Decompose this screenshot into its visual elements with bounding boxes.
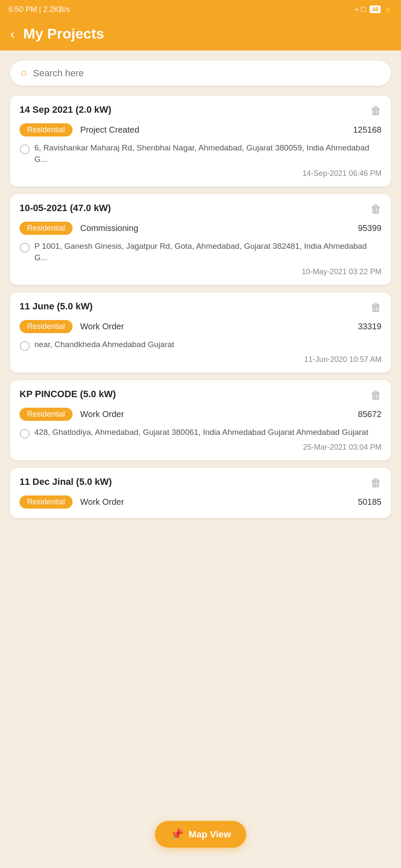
address-text: 6, Ravishankar Maharaj Rd, Shenbhai Naga… xyxy=(34,142,381,165)
address-text: near, Chandkheda Ahmedabad Gujarat xyxy=(34,339,174,351)
search-section: ○ xyxy=(0,50,401,92)
delete-button[interactable]: 🗑 xyxy=(370,104,381,117)
card-header: KP PINCODE (5.0 kW) 🗑 xyxy=(20,389,381,402)
card-meta: Residential Commissioning 95399 xyxy=(20,222,381,235)
search-box: ○ xyxy=(10,61,391,86)
project-date: 14-Sep-2021 06:46 PM xyxy=(20,169,381,178)
card-address: ◯ 428, Ghatlodiya, Ahmedabad, Gujarat 38… xyxy=(20,427,381,439)
project-title[interactable]: 10-05-2021 (47.0 kW) xyxy=(20,203,111,214)
project-badge: Residential xyxy=(20,408,73,421)
project-date: 11-Jun-2020 10:57 AM xyxy=(20,355,381,364)
page-title: My Projects xyxy=(23,25,104,42)
status-time: 6:50 PM | 2.2KB/s xyxy=(8,5,70,14)
delete-button[interactable]: 🗑 xyxy=(370,476,381,490)
project-status: Commissioning xyxy=(80,223,350,233)
map-view-button[interactable]: 📌 Map View xyxy=(155,821,247,848)
card-header: 11 Dec Jinal (5.0 kW) 🗑 xyxy=(20,476,381,490)
project-date: 25-Mar-2021 03:04 PM xyxy=(20,443,381,452)
project-number: 95399 xyxy=(358,223,381,233)
project-badge: Residential xyxy=(20,495,73,509)
map-pin-icon: 📌 xyxy=(170,828,184,841)
project-status: Work Order xyxy=(80,497,350,507)
card-meta: Residential Work Order 33319 xyxy=(20,320,381,333)
address-text: P 1001, Ganesh Ginesis, Jagatpur Rd, Got… xyxy=(34,241,381,263)
project-number: 50185 xyxy=(358,497,381,507)
project-status: Project Created xyxy=(80,125,345,135)
card-meta: Residential Work Order 85672 xyxy=(20,408,381,421)
status-icons: + ☐ 48 ⚡ xyxy=(355,6,393,14)
project-card: 14 Sep 2021 (2.0 kW) 🗑 Residential Proje… xyxy=(10,96,391,186)
status-bar: 6:50 PM | 2.2KB/s + ☐ 48 ⚡ xyxy=(0,0,401,19)
search-icon: ○ xyxy=(20,67,27,80)
battery-indicator: 48 xyxy=(370,6,381,13)
card-meta: Residential Work Order 50185 xyxy=(20,495,381,509)
location-icon: ◯ xyxy=(20,143,30,154)
project-number: 33319 xyxy=(358,322,381,331)
card-header: 10-05-2021 (47.0 kW) 🗑 xyxy=(20,203,381,216)
project-card: 11 June (5.0 kW) 🗑 Residential Work Orde… xyxy=(10,292,391,373)
project-title[interactable]: KP PINCODE (5.0 kW) xyxy=(20,389,116,400)
location-icon: ◯ xyxy=(20,242,30,253)
project-title[interactable]: 11 Dec Jinal (5.0 kW) xyxy=(20,476,112,487)
card-header: 11 June (5.0 kW) 🗑 xyxy=(20,301,381,314)
project-badge: Residential xyxy=(20,123,73,136)
card-address: ◯ 6, Ravishankar Maharaj Rd, Shenbhai Na… xyxy=(20,142,381,165)
delete-button[interactable]: 🗑 xyxy=(370,389,381,402)
project-card: 11 Dec Jinal (5.0 kW) 🗑 Residential Work… xyxy=(10,468,391,518)
project-badge: Residential xyxy=(20,222,73,235)
project-badge: Residential xyxy=(20,320,73,333)
project-title[interactable]: 14 Sep 2021 (2.0 kW) xyxy=(20,104,111,115)
project-status: Work Order xyxy=(80,409,350,419)
address-text: 428, Ghatlodiya, Ahmedabad, Gujarat 3800… xyxy=(34,427,368,438)
card-meta: Residential Project Created 125168 xyxy=(20,123,381,136)
project-title[interactable]: 11 June (5.0 kW) xyxy=(20,301,93,312)
charging-icon: ⚡ xyxy=(384,6,393,14)
delete-button[interactable]: 🗑 xyxy=(370,301,381,314)
app-header: ‹ My Projects xyxy=(0,19,401,50)
project-card: KP PINCODE (5.0 kW) 🗑 Residential Work O… xyxy=(10,380,391,460)
map-view-label: Map View xyxy=(189,829,231,840)
project-date: 10-May-2021 03:22 PM xyxy=(20,267,381,276)
project-number: 125168 xyxy=(353,125,381,135)
project-status: Work Order xyxy=(80,322,350,331)
card-header: 14 Sep 2021 (2.0 kW) 🗑 xyxy=(20,104,381,117)
card-address: ◯ P 1001, Ganesh Ginesis, Jagatpur Rd, G… xyxy=(20,241,381,263)
search-input[interactable] xyxy=(33,68,381,79)
card-address: ◯ near, Chandkheda Ahmedabad Gujarat xyxy=(20,339,381,351)
bluetooth-icon: + ☐ xyxy=(355,6,367,14)
back-button[interactable]: ‹ xyxy=(10,27,15,41)
project-list: 14 Sep 2021 (2.0 kW) 🗑 Residential Proje… xyxy=(0,92,401,569)
location-icon: ◯ xyxy=(20,428,30,439)
delete-button[interactable]: 🗑 xyxy=(370,203,381,216)
project-card: 10-05-2021 (47.0 kW) 🗑 Residential Commi… xyxy=(10,194,391,285)
project-number: 85672 xyxy=(358,409,381,419)
location-icon: ◯ xyxy=(20,340,30,351)
